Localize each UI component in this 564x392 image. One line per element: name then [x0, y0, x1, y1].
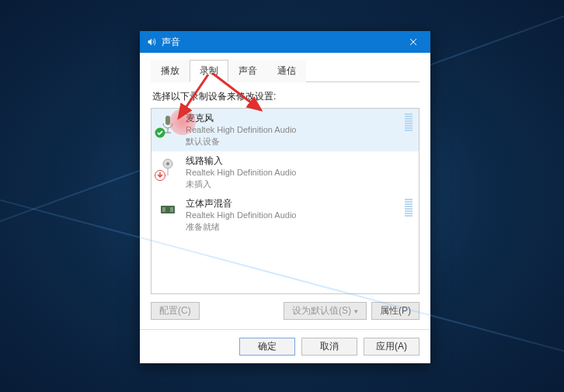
titlebar: 声音: [140, 31, 430, 53]
device-microphone[interactable]: 麦克风 Realtek High Definition Audio 默认设备: [151, 109, 419, 151]
device-text: 立体声混音 Realtek High Definition Audio 准备就绪: [186, 197, 402, 233]
dialog-footer: 确定 取消 应用(A): [140, 329, 430, 363]
level-meter: [405, 199, 413, 217]
cancel-button[interactable]: 取消: [301, 338, 357, 356]
sound-dialog: 声音 播放 录制 声音 通信 选择以下录制设备来修改设置: 麦克风 Realte…: [140, 31, 430, 363]
device-driver: Realtek High Definition Audio: [186, 124, 402, 136]
instruction-text: 选择以下录制设备来修改设置:: [152, 90, 418, 103]
svg-point-5: [166, 162, 169, 165]
tab-bar: 播放 录制 声音 通信: [151, 59, 420, 82]
device-name: 立体声混音: [186, 197, 402, 210]
ok-button[interactable]: 确定: [239, 338, 295, 356]
close-icon: [409, 38, 417, 46]
tab-comm[interactable]: 通信: [267, 60, 306, 82]
device-text: 麦克风 Realtek High Definition Audio 默认设备: [186, 112, 402, 147]
sound-icon: [146, 36, 157, 47]
apply-button[interactable]: 应用(A): [364, 338, 420, 356]
microphone-icon: [156, 112, 179, 137]
line-in-icon: [156, 154, 179, 179]
tab-sounds[interactable]: 声音: [228, 60, 267, 82]
device-text: 线路输入 Realtek High Definition Audio 未插入: [186, 154, 414, 190]
device-status: 未插入: [186, 179, 414, 190]
svg-rect-10: [170, 207, 173, 212]
tab-recording[interactable]: 录制: [190, 60, 228, 82]
device-line-in[interactable]: 线路输入 Realtek High Definition Audio 未插入: [151, 151, 419, 194]
configure-button[interactable]: 配置(C): [151, 302, 200, 320]
level-meter: [405, 113, 413, 131]
set-default-button[interactable]: 设为默认值(S)▾: [284, 302, 367, 320]
properties-button[interactable]: 属性(P): [371, 302, 420, 320]
device-name: 线路输入: [186, 154, 414, 167]
device-list[interactable]: 麦克风 Realtek High Definition Audio 默认设备 线…: [151, 108, 420, 294]
dialog-content: 播放 录制 声音 通信 选择以下录制设备来修改设置: 麦克风 Realtek H…: [140, 53, 430, 329]
device-buttons: 配置(C) 设为默认值(S)▾ 属性(P): [151, 302, 420, 320]
svg-rect-9: [162, 207, 165, 212]
svg-rect-0: [165, 116, 170, 125]
device-driver: Realtek High Definition Audio: [186, 210, 402, 221]
device-status: 默认设备: [186, 136, 402, 147]
device-driver: Realtek High Definition Audio: [186, 167, 414, 179]
stereo-mix-icon: [156, 197, 179, 222]
tab-playback[interactable]: 播放: [151, 60, 190, 82]
device-status: 准备就绪: [186, 221, 402, 233]
device-name: 麦克风: [186, 112, 402, 124]
check-icon: [155, 127, 165, 138]
chevron-down-icon: ▾: [354, 307, 358, 315]
close-button[interactable]: [399, 31, 427, 53]
down-arrow-icon: [155, 170, 165, 181]
dialog-title: 声音: [162, 36, 399, 49]
device-stereo-mix[interactable]: 立体声混音 Realtek High Definition Audio 准备就绪: [151, 194, 419, 237]
